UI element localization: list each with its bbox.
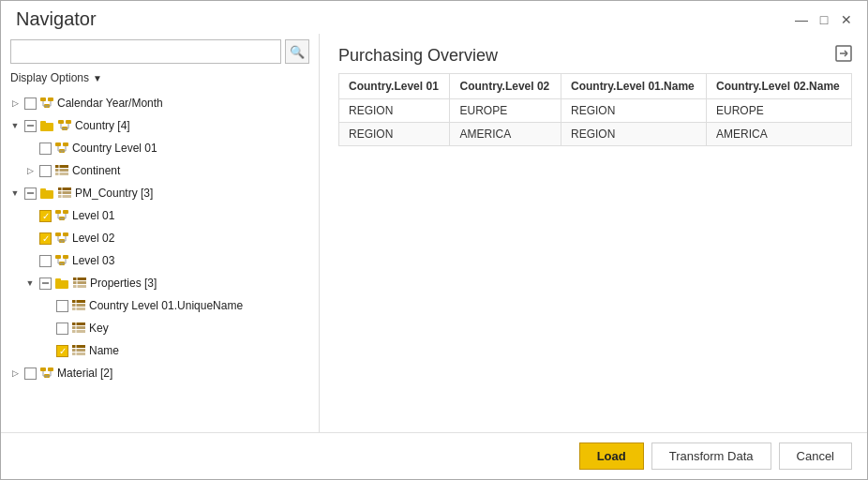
checkbox-key[interactable]: [56, 322, 68, 335]
svg-rect-69: [72, 349, 85, 352]
svg-rect-30: [58, 191, 71, 194]
display-options[interactable]: Display Options ▼: [1, 69, 319, 88]
tree-container[interactable]: ▷ Calendar Year/Month ▼: [1, 88, 319, 432]
svg-rect-27: [40, 190, 53, 199]
expand-icon[interactable]: ▼: [8, 187, 22, 200]
checkbox-country-level01[interactable]: [39, 142, 52, 155]
table-body: REGION EUROPE REGION EUROPE REGION AMERI…: [339, 99, 852, 146]
checkbox-level02[interactable]: ✓: [39, 232, 52, 245]
svg-rect-48: [63, 255, 68, 259]
expand-icon[interactable]: ▼: [23, 277, 37, 290]
maximize-button[interactable]: □: [815, 10, 833, 29]
search-input[interactable]: [10, 39, 281, 64]
checkbox-country[interactable]: [24, 120, 37, 132]
svg-rect-66: [72, 330, 85, 333]
expand-placeholder: [40, 322, 53, 335]
checkbox-name[interactable]: ✓: [56, 345, 68, 357]
hierarchy-icon: [54, 254, 69, 267]
list-item[interactable]: ▼ Properties [3]: [1, 272, 319, 294]
list-item[interactable]: Country Level 01: [1, 137, 319, 159]
list-item[interactable]: ✓ Name: [1, 339, 319, 362]
list-item[interactable]: Key: [1, 317, 319, 339]
checkbox-level03[interactable]: [39, 255, 52, 267]
expand-placeholder: [23, 254, 37, 267]
checkbox-pmcountry[interactable]: [24, 188, 37, 200]
list-item[interactable]: Country Level 01.UniqueName: [1, 294, 319, 317]
item-label: Continent: [72, 164, 120, 177]
display-options-arrow-icon: ▼: [93, 73, 102, 83]
minimize-button[interactable]: —: [792, 10, 811, 29]
expand-placeholder: [23, 209, 37, 222]
checkbox-material[interactable]: [24, 368, 37, 380]
list-item[interactable]: ▷ Calendar Year/Month: [1, 92, 319, 114]
checkbox-properties[interactable]: [39, 278, 52, 290]
search-button[interactable]: 🔍: [285, 39, 309, 64]
cell: REGION: [339, 99, 450, 123]
checkbox-unique[interactable]: [56, 300, 68, 312]
hierarchy-icon: [54, 209, 69, 222]
svg-rect-68: [72, 345, 85, 348]
svg-rect-58: [73, 285, 86, 288]
svg-rect-29: [58, 188, 71, 190]
svg-rect-17: [63, 142, 68, 146]
svg-rect-70: [72, 352, 85, 355]
svg-rect-62: [72, 308, 85, 310]
search-bar: 🔍: [1, 34, 319, 69]
hierarchy-icon: [39, 97, 54, 110]
list-item[interactable]: ▷ Continent: [1, 159, 319, 182]
preview-title: Purchasing Overview: [338, 46, 498, 66]
svg-rect-72: [40, 368, 46, 371]
col-header-4: Country.Level 02.Name: [706, 74, 851, 99]
list-item[interactable]: ✓ Level 01: [1, 204, 319, 227]
expand-icon[interactable]: ▷: [23, 164, 37, 177]
hierarchy-icon: [57, 119, 72, 132]
hierarchy-icon: [39, 367, 54, 380]
item-label: Level 03: [72, 254, 114, 267]
folder-icon: [39, 187, 54, 200]
transform-data-button[interactable]: Transform Data: [651, 442, 771, 470]
list-item[interactable]: ▼ Country [4]: [1, 114, 319, 137]
table-icon: [71, 322, 86, 335]
col-header-2: Country.Level 02: [450, 74, 561, 99]
list-item[interactable]: ▷ Material [2]: [1, 362, 319, 384]
list-item[interactable]: ▼ PM_Country [3]: [1, 182, 319, 204]
list-item[interactable]: ✓ Level 02: [1, 227, 319, 249]
right-panel: Purchasing Overview Country.Level 01 Cou…: [320, 34, 867, 432]
expand-placeholder: [40, 344, 53, 357]
svg-rect-54: [55, 280, 68, 289]
svg-rect-41: [63, 232, 68, 236]
svg-rect-34: [63, 210, 68, 214]
load-button[interactable]: Load: [579, 442, 644, 470]
table-header: Country.Level 01 Country.Level 02 Countr…: [339, 74, 852, 99]
svg-rect-25: [55, 172, 68, 175]
display-options-label: Display Options: [10, 71, 89, 84]
item-label: Level 02: [72, 232, 114, 245]
svg-rect-65: [72, 326, 85, 329]
svg-rect-56: [73, 278, 86, 280]
svg-rect-31: [58, 195, 71, 198]
checkbox-level01[interactable]: ✓: [39, 210, 52, 222]
list-item[interactable]: Level 03: [1, 249, 319, 272]
expand-icon[interactable]: ▼: [8, 119, 22, 132]
footer: Load Transform Data Cancel: [1, 432, 867, 479]
preview-table: Country.Level 01 Country.Level 02 Countr…: [338, 73, 852, 146]
checkbox-continent[interactable]: [39, 165, 52, 177]
svg-rect-0: [40, 98, 46, 101]
expand-icon[interactable]: ▷: [8, 367, 22, 380]
folder-icon: [39, 119, 54, 132]
svg-rect-57: [73, 281, 86, 284]
cancel-button[interactable]: Cancel: [779, 442, 852, 470]
table-icon: [57, 187, 72, 200]
dialog-title: Navigator: [16, 8, 97, 30]
close-button[interactable]: ✕: [837, 10, 856, 29]
svg-rect-47: [55, 255, 61, 259]
navigator-dialog: Navigator — □ ✕ 🔍 Display Options ▼: [0, 0, 868, 480]
content-area: 🔍 Display Options ▼ ▷ Calendar Y: [1, 34, 867, 432]
folder-icon: [54, 277, 69, 290]
expand-icon[interactable]: ▷: [8, 97, 22, 110]
checkbox-calendar[interactable]: [24, 98, 37, 110]
preview-export-button[interactable]: [835, 45, 852, 66]
table-icon: [71, 299, 86, 312]
left-panel: 🔍 Display Options ▼ ▷ Calendar Y: [1, 34, 320, 432]
item-label: Calendar Year/Month: [57, 97, 163, 110]
